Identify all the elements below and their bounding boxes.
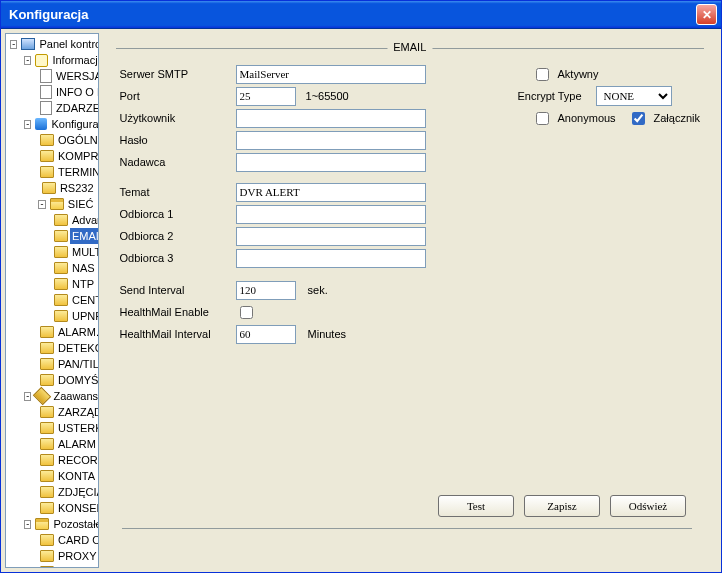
folder-icon (40, 421, 54, 435)
separator (122, 528, 692, 529)
tree-centrum-alarm[interactable]: CENTRUM ALARM (50, 292, 98, 308)
tree-alarm-konfig[interactable]: ALARM KONFIG. (36, 436, 98, 452)
folder-icon (40, 373, 54, 387)
tree-root[interactable]: - Panel kontrolny (8, 36, 98, 52)
folder-icon (40, 437, 54, 451)
tree-email[interactable]: EMAIL (50, 228, 98, 244)
folder-icon (54, 293, 68, 307)
folder-icon (40, 133, 54, 147)
tree-usterki[interactable]: USTERKI (36, 420, 98, 436)
folder-icon (54, 277, 68, 291)
active-checkbox[interactable] (536, 68, 549, 81)
close-button[interactable]: ✕ (696, 4, 717, 25)
doc-icon (40, 101, 52, 115)
tree-proxy[interactable]: PROXY SERWER (36, 548, 98, 564)
rcpt3-label: Odbiorca 3 (120, 252, 230, 264)
tree-ogolne[interactable]: OGÓLNE (36, 132, 98, 148)
save-button[interactable]: Zapisz (524, 495, 600, 517)
folder-icon (40, 325, 54, 339)
tree-siec[interactable]: - SIEĆ (36, 196, 98, 212)
subject-input[interactable] (236, 183, 426, 202)
config-icon (35, 117, 47, 131)
rcpt3-input[interactable] (236, 249, 426, 268)
tree-hdd[interactable]: ZARZĄDZANIE HDD (36, 404, 98, 420)
folder-icon (40, 533, 54, 547)
refresh-button[interactable]: Odśwież (610, 495, 686, 517)
folder-icon (54, 309, 68, 323)
folder-icon (40, 149, 54, 163)
tree-card-overlay[interactable]: CARD OVERLAY (36, 532, 98, 548)
port-input[interactable] (236, 87, 296, 106)
tree-zdjecia[interactable]: ZDJĘCIA (36, 484, 98, 500)
rcpt2-input[interactable] (236, 227, 426, 246)
folder-icon (40, 453, 54, 467)
tree-wersja[interactable]: WERSJA (36, 68, 98, 84)
folder-icon (54, 229, 68, 243)
user-label: Użytkownik (120, 112, 230, 124)
tree-info-hdd[interactable]: INFO O HDD (36, 84, 98, 100)
sender-input[interactable] (236, 153, 426, 172)
doc-icon (40, 69, 52, 83)
collapse-icon[interactable]: - (38, 200, 46, 209)
form-panel: EMAIL Serwer SMTP Aktywny Port (103, 33, 717, 568)
tree-multiddns[interactable]: MULTI-DDNS (50, 244, 98, 260)
smtp-input[interactable] (236, 65, 426, 84)
anonymous-label: Anonymous (558, 112, 622, 124)
titlebar: Konfiguracja ✕ (1, 1, 721, 29)
test-button[interactable]: Test (438, 495, 514, 517)
attachment-checkbox[interactable] (632, 112, 645, 125)
collapse-icon[interactable]: - (10, 40, 17, 49)
port-hint: 1~65500 (302, 90, 512, 102)
tree-konfiguracja[interactable]: - Konfiguracja (22, 116, 98, 132)
healthmail-enable-checkbox[interactable] (240, 306, 253, 319)
folder-icon (40, 165, 54, 179)
folder-icon (54, 213, 68, 227)
collapse-icon[interactable]: - (24, 392, 31, 401)
pass-input[interactable] (236, 131, 426, 150)
user-input[interactable] (236, 109, 426, 128)
tree-zdarzenia[interactable]: ZDARZENIA (36, 100, 98, 116)
healthmail-interval-input[interactable] (236, 325, 296, 344)
send-interval-label: Send Interval (120, 284, 230, 296)
tree-alarm[interactable]: ALARM. (36, 324, 98, 340)
tree-domyslne[interactable]: DOMYŚLNE/BACKUP (36, 372, 98, 388)
folder-icon (40, 405, 54, 419)
tree-informacje[interactable]: - Informacje (22, 52, 98, 68)
tree-konta[interactable]: KONTA (36, 468, 98, 484)
smtp-label: Serwer SMTP (120, 68, 230, 80)
send-interval-input[interactable] (236, 281, 296, 300)
tree-rs232[interactable]: RS232 (36, 180, 98, 196)
rcpt1-input[interactable] (236, 205, 426, 224)
tree-serwery-dns[interactable]: SERWERY DNS (36, 564, 98, 568)
navigation-tree[interactable]: - Panel kontrolny - Informacje (5, 33, 99, 568)
port-label: Port (120, 90, 230, 102)
tree-upnp[interactable]: UPNP (50, 308, 98, 324)
tree-zaawansowane[interactable]: - Zaawansowane (22, 388, 98, 404)
group-title: EMAIL (387, 41, 432, 53)
healthmail-enable-label: HealthMail Enable (120, 306, 230, 318)
tree-konserwacja[interactable]: KONSERWACJA (36, 500, 98, 516)
encrypt-select[interactable]: NONE (596, 86, 672, 106)
tree-pozostale[interactable]: - Pozostałe (22, 516, 98, 532)
anonymous-checkbox[interactable] (536, 112, 549, 125)
tree-nas[interactable]: NAS (50, 260, 98, 276)
window-title: Konfiguracja (9, 7, 88, 22)
folder-icon (40, 357, 54, 371)
tree-detekcja[interactable]: DETEKCJA (36, 340, 98, 356)
collapse-icon[interactable]: - (24, 120, 31, 129)
pass-label: Hasło (120, 134, 230, 146)
tree-record-control[interactable]: RECORD CONTROL (36, 452, 98, 468)
tree-advance[interactable]: Advance (50, 212, 98, 228)
folder-icon (54, 261, 68, 275)
healthmail-interval-unit: Minutes (302, 328, 347, 340)
subject-label: Temat (120, 186, 230, 198)
folder-icon (40, 501, 54, 515)
info-icon (35, 53, 48, 67)
collapse-icon[interactable]: - (24, 520, 31, 529)
collapse-icon[interactable]: - (24, 56, 31, 65)
tree-terminarz[interactable]: TERMINARZ (36, 164, 98, 180)
tree-ptz[interactable]: PAN/TILT/ZOOM (36, 356, 98, 372)
tree-ntp[interactable]: NTP (50, 276, 98, 292)
folder-icon (54, 245, 68, 259)
tree-kompresja[interactable]: KOMPRESJA (36, 148, 98, 164)
